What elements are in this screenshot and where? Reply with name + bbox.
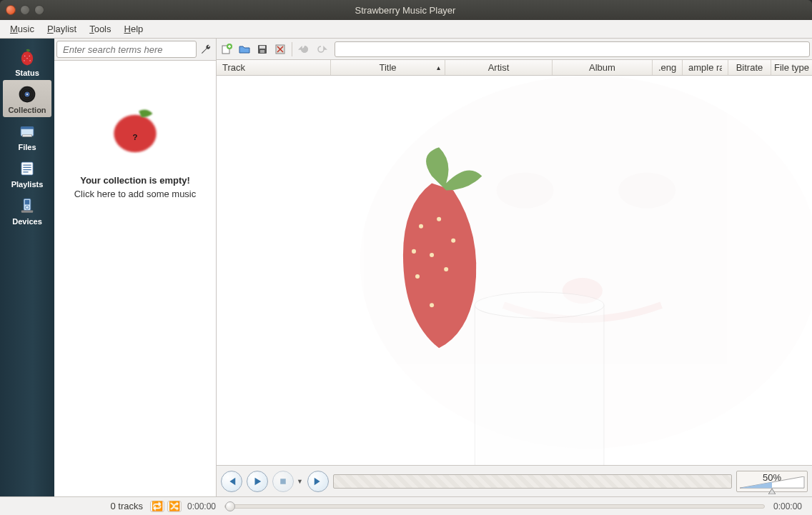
strawberry-icon (17, 47, 37, 67)
collection-panel: ? Your collection is empty! Click here t… (54, 39, 217, 496)
svg-point-3 (24, 60, 24, 61)
collection-search-input[interactable] (56, 41, 197, 58)
sidebar-label-playlists: Playlists (11, 180, 44, 189)
column-artist[interactable]: Artist (445, 60, 553, 75)
playback-controls: ▼ 50% (217, 465, 812, 496)
sidebar-label-files: Files (18, 143, 36, 151)
seek-bar[interactable] (333, 474, 732, 489)
stop-button[interactable] (272, 471, 294, 492)
svg-rect-44 (280, 479, 286, 484)
status-time-total: 0:00:00 (773, 501, 802, 511)
clear-playlist-button[interactable] (272, 41, 288, 57)
window-maximize-button[interactable] (34, 5, 44, 15)
sidebar: Status Collection (0, 39, 54, 496)
window-close-button[interactable] (6, 5, 16, 15)
previous-button[interactable] (221, 471, 242, 492)
redo-button[interactable] (314, 41, 330, 57)
repeat-button[interactable]: 🔁 (150, 501, 164, 512)
save-icon (257, 44, 268, 55)
menu-help[interactable]: Help (119, 21, 149, 36)
svg-point-40 (444, 267, 448, 271)
sidebar-item-files[interactable]: Files (0, 117, 54, 154)
shuffle-button[interactable]: 🔀 (167, 501, 182, 512)
svg-rect-13 (21, 162, 33, 175)
status-track-count: 0 tracks (6, 501, 149, 511)
redo-icon (316, 44, 327, 55)
app-window: Strawberry Music Player MMusicusic Playl… (0, 0, 812, 515)
previous-icon (227, 476, 237, 486)
sort-ascending-icon: ▴ (437, 64, 440, 71)
new-playlist-button[interactable] (219, 41, 234, 57)
column-bitrate[interactable]: Bitrate (728, 60, 771, 75)
sidebar-label-devices: Devices (12, 217, 42, 226)
open-folder-icon (239, 44, 250, 55)
devices-icon (17, 196, 37, 216)
svg-point-36 (419, 224, 423, 229)
svg-point-43 (412, 249, 416, 254)
collection-empty-state[interactable]: ? Your collection is empty! Click here t… (54, 61, 216, 496)
files-icon (17, 121, 37, 141)
seek-thumb[interactable] (225, 501, 235, 511)
column-samplerate[interactable]: ample rate (683, 60, 728, 75)
status-seek-slider[interactable] (224, 504, 765, 509)
undo-icon (298, 44, 310, 55)
window-title: Strawberry Music Player (44, 5, 766, 16)
volume-handle[interactable] (768, 486, 776, 491)
column-title[interactable]: Title▴ (331, 60, 445, 75)
collection-search-row (54, 39, 216, 61)
wrench-icon (200, 44, 212, 55)
playlist-tab-bar[interactable] (335, 41, 810, 57)
toolbar-separator (292, 42, 292, 56)
column-headers: Track Title▴ Artist Album .ength ample r… (217, 60, 812, 76)
playlist-background[interactable] (217, 76, 812, 465)
sidebar-item-devices[interactable]: Devices (0, 191, 54, 229)
open-playlist-button[interactable] (237, 41, 252, 57)
svg-point-35 (475, 292, 604, 318)
menu-playlist[interactable]: Playlist (41, 21, 82, 36)
main-panel: Track Title▴ Artist Album .ength ample r… (217, 39, 812, 496)
svg-point-32 (496, 172, 553, 208)
clear-icon (274, 44, 286, 55)
repeat-icon: 🔁 (152, 501, 163, 511)
svg-text:?: ? (133, 133, 138, 141)
app-body: Status Collection (0, 39, 812, 496)
background-art (217, 76, 812, 465)
menu-tools[interactable]: Tools (84, 21, 117, 36)
play-icon (252, 476, 262, 486)
undo-button[interactable] (296, 41, 312, 57)
shuffle-icon: 🔀 (169, 501, 180, 511)
column-filetype[interactable]: File type (771, 60, 812, 75)
svg-point-2 (26, 58, 27, 59)
sidebar-item-status[interactable]: Status (0, 43, 54, 80)
stop-menu-dropdown[interactable]: ▼ (297, 478, 303, 485)
toolbar (217, 39, 812, 60)
sidebar-label-collection: Collection (8, 106, 46, 114)
svg-point-33 (618, 172, 675, 208)
collection-settings-button[interactable] (198, 41, 214, 57)
column-album[interactable]: Album (553, 60, 653, 75)
next-icon (313, 476, 323, 486)
svg-marker-47 (768, 489, 776, 494)
collection-empty-title: Your collection is empty! (80, 175, 190, 186)
svg-rect-27 (259, 46, 265, 49)
sidebar-label-status: Status (15, 69, 39, 77)
sidebar-item-playlists[interactable]: Playlists (0, 154, 54, 191)
menu-music[interactable]: MMusicusic (4, 21, 40, 36)
svg-rect-12 (23, 135, 32, 136)
play-button[interactable] (247, 471, 268, 492)
svg-point-41 (430, 303, 434, 307)
column-track[interactable]: Track (217, 60, 331, 75)
titlebar: Strawberry Music Player (0, 0, 812, 20)
next-button[interactable] (307, 471, 329, 492)
save-playlist-button[interactable] (254, 41, 270, 57)
sidebar-item-collection[interactable]: Collection (3, 80, 51, 117)
svg-point-38 (430, 253, 434, 257)
column-length[interactable]: .ength (653, 60, 683, 75)
volume-control[interactable]: 50% (736, 471, 808, 492)
collection-empty-subtitle: Click here to add some music (74, 189, 197, 199)
svg-rect-11 (21, 127, 34, 129)
window-minimize-button[interactable] (20, 5, 30, 15)
playlist-area: Track Title▴ Artist Album .ength ample r… (217, 60, 812, 465)
svg-point-37 (437, 217, 441, 221)
svg-rect-21 (21, 211, 33, 213)
